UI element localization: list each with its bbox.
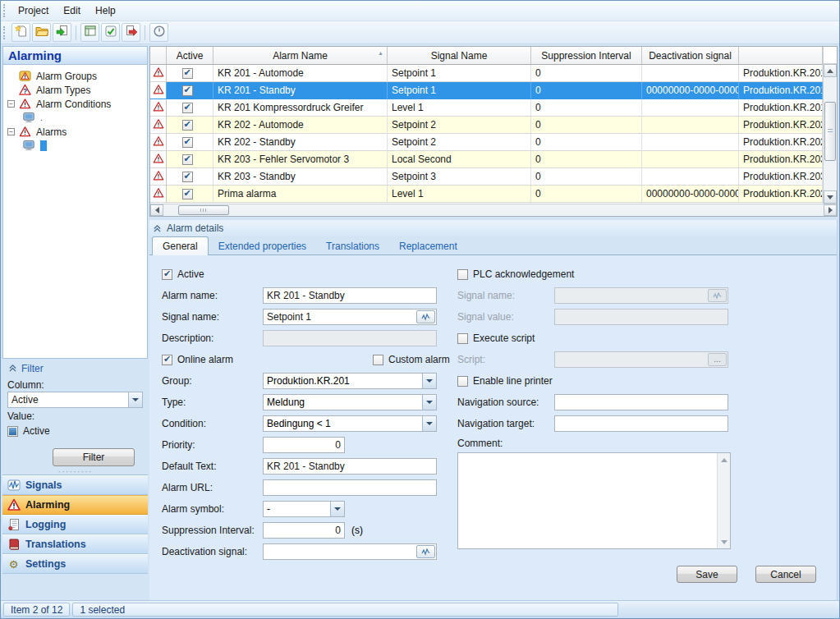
type-select[interactable]: Meldung [263, 394, 437, 410]
import-button[interactable] [53, 23, 71, 42]
deactivation-signal-input[interactable] [263, 543, 437, 560]
row-signal-name-cell[interactable]: Setpoint 3 [388, 168, 531, 186]
row-suppression-cell[interactable]: 0 [531, 65, 642, 82]
row-group-cell[interactable]: Produktion.KR.201 [739, 65, 823, 82]
enable-line-printer-checkbox[interactable] [457, 376, 468, 387]
comment-scrollbar[interactable] [717, 453, 730, 548]
scroll-up-icon[interactable] [718, 453, 730, 466]
row-active-cell[interactable] [167, 186, 213, 203]
row-active-cell[interactable] [167, 117, 213, 134]
row-active-cell[interactable] [167, 134, 213, 151]
filter-caption[interactable]: Filter [7, 360, 143, 377]
chevron-down-icon[interactable] [422, 374, 436, 388]
row-signal-name-cell[interactable]: Local Second [388, 151, 531, 168]
chevron-down-icon[interactable] [330, 502, 344, 516]
nav-item-signals[interactable]: Signals [2, 475, 148, 495]
table-row[interactable]: KR 201 - AutomodeSetpoint 10Produktion.K… [150, 65, 823, 82]
column-header-active[interactable]: Active [167, 47, 213, 65]
row-group-cell[interactable]: Produktion.KR.202 [739, 117, 823, 134]
priority-input[interactable] [263, 437, 345, 453]
filter-active-checkbox[interactable] [7, 426, 18, 437]
grid-horizontal-scrollbar[interactable] [150, 204, 837, 216]
alarm-url-input[interactable] [263, 479, 437, 496]
table-row[interactable]: Prima alarmaLevel 1000000000-0000-0000Pr… [150, 186, 823, 203]
row-deactivation-cell[interactable] [642, 99, 739, 117]
filter-button[interactable]: Filter [53, 448, 135, 466]
show-panel-button[interactable] [80, 23, 99, 42]
tree-item-alarm-conditions[interactable]: −Alarm Conditions [3, 97, 147, 111]
chevron-down-icon[interactable] [422, 395, 436, 410]
validate-button[interactable] [101, 23, 120, 42]
row-deactivation-cell[interactable] [642, 65, 739, 82]
menu-help[interactable]: Help [88, 2, 123, 19]
tab-general[interactable]: General [152, 236, 209, 255]
row-alarm-name-cell[interactable]: KR 201 - Standby [213, 82, 388, 99]
grid-vscroll-thumb[interactable] [824, 102, 836, 161]
column-header-signal-name[interactable]: Signal Name [388, 47, 531, 65]
tab-translations[interactable]: Translations [316, 237, 389, 254]
table-row[interactable]: KR 203 - Fehler Servomotor 3Local Second… [150, 151, 823, 168]
tab-extended-properties[interactable]: Extended properties [209, 237, 316, 254]
row-group-cell[interactable]: Produktion.KR.203 [739, 168, 823, 186]
row-suppression-cell[interactable]: 0 [531, 117, 642, 134]
group-select[interactable]: Produktion.KR.201 [263, 373, 437, 389]
row-alarm-name-cell[interactable]: Prima alarma [213, 186, 388, 203]
open-project-button[interactable] [32, 23, 51, 42]
chevron-down-icon[interactable] [422, 416, 436, 431]
row-active-checkbox[interactable] [182, 85, 193, 96]
row-signal-name-cell[interactable]: Setpoint 1 [388, 82, 531, 99]
row-deactivation-cell[interactable]: 00000000-0000-0000 [642, 186, 739, 203]
row-active-checkbox[interactable] [182, 103, 193, 113]
row-suppression-cell[interactable]: 0 [531, 151, 642, 168]
row-deactivation-cell[interactable] [642, 117, 739, 134]
row-active-cell[interactable] [167, 151, 213, 168]
cancel-button[interactable]: Cancel [755, 566, 816, 583]
table-row[interactable]: KR 202 - StandbySetpoint 20Produktion.KR… [150, 134, 823, 151]
tree-item-alarm-types[interactable]: ?Alarm Types [3, 83, 147, 97]
condition-select[interactable]: Bedingung < 1 [263, 415, 437, 432]
row-suppression-cell[interactable]: 0 [531, 82, 642, 99]
row-active-checkbox[interactable] [182, 120, 193, 131]
tab-replacement[interactable]: Replacement [389, 237, 467, 254]
row-active-cell[interactable] [167, 99, 213, 117]
menu-edit[interactable]: Edit [56, 2, 88, 19]
table-row[interactable]: KR 201 Kompressordruck GreiferLevel 10Pr… [150, 99, 823, 117]
row-suppression-cell[interactable]: 0 [531, 134, 642, 151]
grid-vertical-scrollbar[interactable] [823, 47, 837, 204]
scroll-left-icon[interactable] [150, 204, 163, 216]
export-button[interactable] [122, 23, 140, 42]
row-deactivation-cell[interactable]: 00000000-0000-0000 [642, 82, 739, 99]
row-suppression-cell[interactable]: 0 [531, 99, 642, 117]
table-row[interactable]: KR 202 - AutomodeSetpoint 20Produktion.K… [150, 117, 823, 134]
row-signal-name-cell[interactable]: Setpoint 2 [388, 117, 531, 134]
row-alarm-name-cell[interactable]: KR 203 - Fehler Servomotor 3 [213, 151, 388, 168]
new-project-button[interactable] [11, 23, 30, 42]
collapse-toggle[interactable]: − [7, 100, 15, 108]
row-active-checkbox[interactable] [182, 154, 193, 165]
collapse-toggle[interactable]: − [7, 128, 15, 135]
scroll-up-icon[interactable] [824, 64, 837, 77]
row-group-cell[interactable]: Produktion.KR.202 [739, 134, 823, 151]
row-alarm-name-cell[interactable]: KR 201 - Automode [213, 65, 388, 82]
alarm-details-caption[interactable]: Alarm details [149, 220, 837, 236]
tree-item-alarm-groups[interactable]: Alarm Groups [3, 69, 147, 83]
table-row[interactable]: KR 203 - StandbySetpoint 30Produktion.KR… [150, 168, 823, 186]
row-active-cell[interactable] [167, 65, 213, 82]
row-group-cell[interactable]: Produktion.KR.203 [739, 151, 823, 168]
row-suppression-cell[interactable]: 0 [531, 168, 642, 186]
nav-item-settings[interactable]: ⚙Settings [2, 554, 148, 574]
plc-acknowledgement-checkbox[interactable] [457, 269, 468, 280]
chevron-down-icon[interactable] [128, 392, 142, 407]
scroll-right-icon[interactable] [824, 204, 837, 216]
scroll-down-icon[interactable] [824, 190, 837, 204]
row-alarm-name-cell[interactable]: KR 201 Kompressordruck Greifer [213, 99, 388, 117]
sidebar-splitter[interactable] [2, 467, 148, 475]
online-alarm-checkbox[interactable] [162, 355, 172, 365]
row-active-cell[interactable] [167, 82, 213, 99]
column-header-blank[interactable] [739, 47, 823, 65]
row-deactivation-cell[interactable] [642, 168, 739, 186]
column-header-deactivation-signal[interactable]: Deactivation signal [642, 47, 739, 65]
active-checkbox[interactable] [162, 269, 172, 280]
row-signal-name-cell[interactable]: Setpoint 2 [388, 134, 531, 151]
signal-browse-button[interactable] [416, 545, 435, 558]
